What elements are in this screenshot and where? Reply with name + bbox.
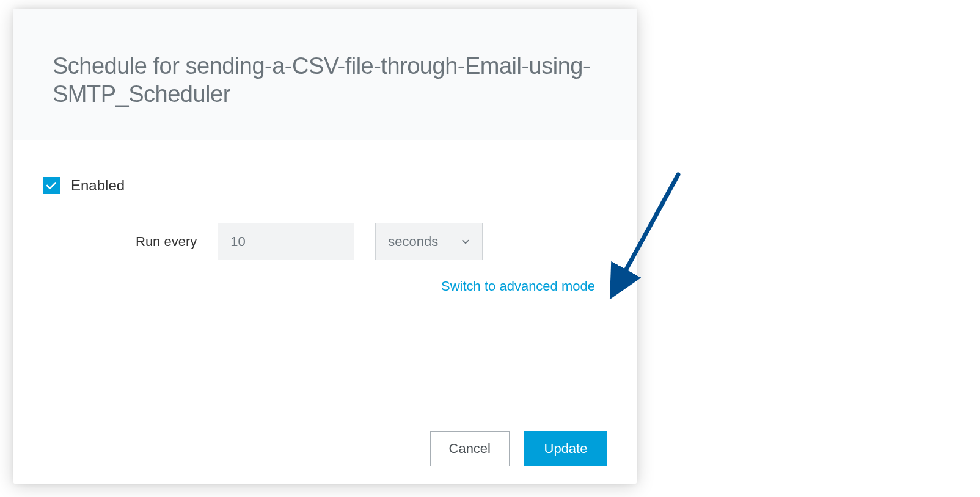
enabled-row: Enabled	[43, 177, 598, 194]
dialog-title: Schedule for sending-a-CSV-file-through-…	[53, 53, 598, 108]
schedule-dialog: Schedule for sending-a-CSV-file-through-…	[13, 9, 637, 484]
chevron-down-icon	[461, 238, 470, 246]
check-icon	[46, 180, 57, 191]
dialog-body: Enabled Run every seconds Switch to adva…	[13, 140, 637, 294]
cancel-button[interactable]: Cancel	[430, 431, 510, 466]
enabled-checkbox[interactable]	[43, 177, 60, 194]
switch-advanced-mode-link[interactable]: Switch to advanced mode	[43, 278, 598, 294]
interval-input[interactable]	[218, 223, 354, 260]
dialog-header: Schedule for sending-a-CSV-file-through-…	[13, 9, 637, 140]
enabled-label: Enabled	[71, 177, 125, 194]
unit-select-value: seconds	[388, 234, 461, 250]
update-button[interactable]: Update	[524, 431, 607, 466]
unit-select[interactable]: seconds	[375, 223, 483, 260]
dialog-footer: Cancel Update	[430, 431, 607, 466]
run-every-label: Run every	[136, 234, 197, 250]
interval-row: Run every seconds	[136, 223, 598, 260]
